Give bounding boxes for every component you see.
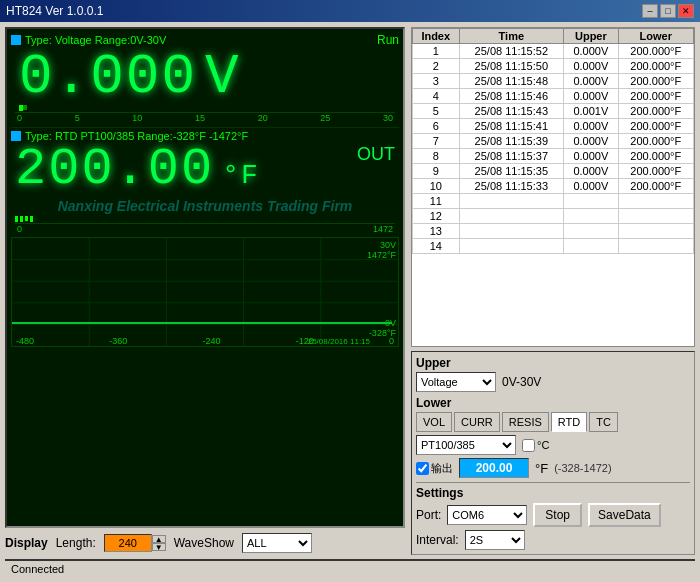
minimize-button[interactable]: –: [642, 4, 658, 18]
interval-row: Interval: 2S 1S 5S 10S: [416, 530, 690, 550]
chart-y-top2: 1472°F: [367, 250, 396, 260]
tab-tc-button[interactable]: TC: [589, 412, 618, 432]
interval-label: Interval:: [416, 533, 459, 547]
table-row: 825/08 11:15:370.000V200.000°F: [413, 149, 694, 164]
chart-y-bot: 0V: [385, 318, 396, 328]
table-row: 325/08 11:15:480.000V200.000°F: [413, 74, 694, 89]
col-upper: Upper: [564, 29, 618, 44]
table-row: 225/08 11:15:500.000V200.000°F: [413, 59, 694, 74]
tab-vol-button[interactable]: VOL: [416, 412, 452, 432]
voltage-value-display: 0.000 V: [11, 49, 399, 105]
right-panel: Index Time Upper Lower 125/08 11:15:520.…: [411, 27, 695, 555]
rtd-scale-ticks: 0 1472: [15, 224, 395, 234]
table-row: 625/08 11:15:410.000V200.000°F: [413, 119, 694, 134]
length-input[interactable]: [104, 534, 152, 552]
col-index: Index: [413, 29, 460, 44]
length-up-button[interactable]: ▲: [152, 535, 166, 543]
table-row: 14: [413, 239, 694, 254]
table-body: 125/08 11:15:520.000V200.000°F225/08 11:…: [413, 44, 694, 254]
voltage-number: 0.000: [15, 49, 201, 105]
app-title: HT824 Ver 1.0.0.1: [6, 4, 103, 18]
col-time: Time: [459, 29, 564, 44]
left-panel: Type: Voltage Range:0V-30V Run 0.000 V: [5, 27, 405, 555]
table-row: 725/08 11:15:390.000V200.000°F: [413, 134, 694, 149]
voltage-scale-ticks: 0 5 10 15 20 25 30: [15, 113, 395, 123]
deg-c-label: °C: [522, 439, 549, 452]
rtd-number: 200.00: [11, 144, 218, 196]
lower-range-label: (-328-1472): [554, 462, 611, 474]
rtd-section: Type: RTD PT100/385 Range:-328°F -1472°F…: [11, 127, 399, 234]
out-label: OUT: [357, 144, 395, 165]
chart-timestamp: 25/08/2016 11:15: [308, 337, 370, 346]
tab-curr-button[interactable]: CURR: [454, 412, 500, 432]
status-bar: Connected: [5, 559, 695, 577]
degc-text: °C: [537, 439, 549, 451]
display-label: Display: [5, 536, 48, 550]
table-row: 1025/08 11:15:330.000V200.000°F: [413, 179, 694, 194]
interval-select[interactable]: 2S 1S 5S 10S: [465, 530, 525, 550]
run-status: Run: [377, 33, 399, 47]
controls-panel: Upper Voltage Current Resistance 0V-30V …: [411, 351, 695, 555]
output-label: 输出: [431, 461, 453, 476]
table-row: 125/08 11:15:520.000V200.000°F: [413, 44, 694, 59]
lower-value-input[interactable]: [459, 458, 529, 478]
stop-button[interactable]: Stop: [533, 503, 582, 527]
lower-value-row: 输出 °F (-328-1472): [416, 458, 690, 478]
length-spinner: ▲ ▼: [152, 535, 166, 551]
meter-display: Type: Voltage Range:0V-30V Run 0.000 V: [5, 27, 405, 528]
waveshow-select[interactable]: ALL Upper Lower: [242, 533, 312, 553]
table-row: 925/08 11:15:350.000V200.000°F: [413, 164, 694, 179]
col-lower: Lower: [618, 29, 693, 44]
chart-area: 30V 1472°F 0V -328°F -480 -360 -240 -120…: [11, 237, 399, 347]
voltage-unit: V: [201, 49, 245, 105]
table-row: 13: [413, 224, 694, 239]
watermark-text: Nanxing Electrical Instruments Trading F…: [11, 198, 399, 214]
lower-section: Lower VOL CURR RESIS RTD TC PT100/385 PT…: [416, 396, 690, 478]
maximize-button[interactable]: □: [660, 4, 676, 18]
table-row: 525/08 11:15:430.001V200.000°F: [413, 104, 694, 119]
lower-unit-label: °F: [535, 461, 548, 476]
length-down-button[interactable]: ▼: [152, 543, 166, 551]
rtd-scale: 0 1472: [11, 216, 399, 234]
upper-label: Upper: [416, 356, 690, 370]
upper-section: Upper Voltage Current Resistance 0V-30V: [416, 356, 690, 392]
table-row: 425/08 11:15:460.000V200.000°F: [413, 89, 694, 104]
savedata-button[interactable]: SaveData: [588, 503, 661, 527]
upper-type-select[interactable]: Voltage Current Resistance: [416, 372, 496, 392]
voltage-indicator-sq: [11, 35, 21, 45]
title-bar: HT824 Ver 1.0.0.1 – □ ✕: [0, 0, 700, 22]
length-input-wrap: ▲ ▼: [104, 534, 166, 552]
close-button[interactable]: ✕: [678, 4, 694, 18]
rtd-type-select[interactable]: PT100/385 PT100/392 PT1000/385: [416, 435, 516, 455]
lower-label: Lower: [416, 396, 690, 410]
upper-range-label: 0V-30V: [502, 375, 541, 389]
tab-resis-button[interactable]: RESIS: [502, 412, 549, 432]
table-row: 12: [413, 209, 694, 224]
data-table-wrap[interactable]: Index Time Upper Lower 125/08 11:15:520.…: [411, 27, 695, 347]
window-controls: – □ ✕: [642, 4, 694, 18]
output-checkbox[interactable]: [416, 462, 429, 475]
rtd-sub-row: PT100/385 PT100/392 PT1000/385 °C: [416, 435, 690, 455]
port-row: Port: COM6 COM1 COM2 Stop SaveData: [416, 503, 690, 527]
status-text: Connected: [11, 563, 64, 575]
settings-section: Settings Port: COM6 COM1 COM2 Stop SaveD…: [416, 482, 690, 550]
voltage-scale: 0 5 10 15 20 25 30: [11, 105, 399, 125]
bottom-controls: Display Length: ▲ ▼ WaveShow ALL Upper L…: [5, 531, 405, 555]
rtd-unit: °F: [218, 162, 264, 190]
port-label: Port:: [416, 508, 441, 522]
tab-rtd-button[interactable]: RTD: [551, 412, 587, 432]
port-select[interactable]: COM6 COM1 COM2: [447, 505, 527, 525]
table-row: 11: [413, 194, 694, 209]
data-table: Index Time Upper Lower 125/08 11:15:520.…: [412, 28, 694, 254]
lower-tabs: VOL CURR RESIS RTD TC: [416, 412, 690, 432]
degc-checkbox[interactable]: [522, 439, 535, 452]
upper-row: Voltage Current Resistance 0V-30V: [416, 372, 690, 392]
length-label: Length:: [56, 536, 96, 550]
chart-svg: [12, 238, 398, 346]
rtd-value-row: 200.00 °F OUT: [11, 144, 399, 196]
settings-label: Settings: [416, 482, 690, 500]
waveshow-label: WaveShow: [174, 536, 234, 550]
chart-y-top: 30V: [380, 240, 396, 250]
output-checkbox-label: 输出: [416, 461, 453, 476]
